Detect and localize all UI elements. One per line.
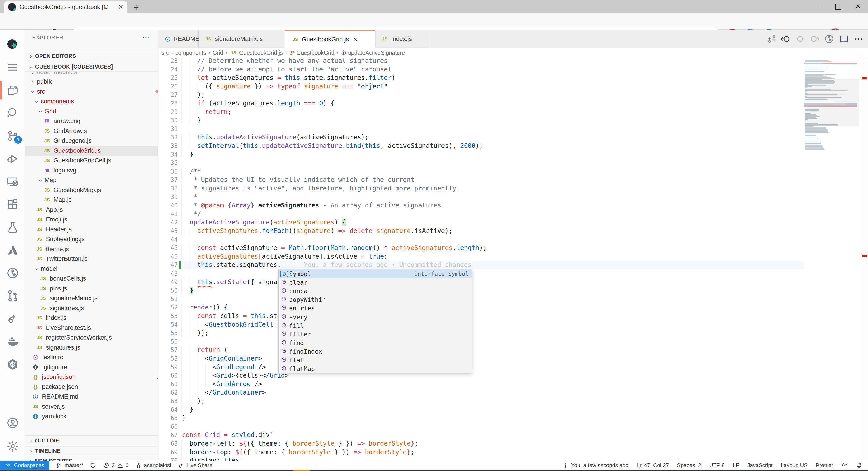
breadcrumb-item[interactable]: components [176, 50, 206, 56]
window-close-button[interactable]: ✕ [848, 0, 868, 13]
status-branch[interactable]: master* [56, 462, 83, 469]
tree-item-twitterbutton-js[interactable]: JSTwitterButton.js [25, 254, 158, 264]
settings-icon[interactable] [0, 435, 25, 457]
tree-item-grid[interactable]: ›Grid [25, 106, 158, 116]
status-cursor-position[interactable]: Ln 47, Col 27 [637, 462, 669, 469]
tab-signaturematrix-js[interactable]: JSsignatureMatrix.js [199, 30, 285, 49]
more-actions-icon[interactable] [852, 33, 865, 45]
overview-ruler[interactable] [859, 57, 868, 461]
tree-item-guestbookgridcell-js[interactable]: JSGuestbookGridCell.js [25, 156, 158, 166]
status-language[interactable]: JavaScript [747, 462, 773, 469]
suggest-item-find[interactable]: find [279, 338, 472, 347]
status-notifications[interactable] [856, 462, 862, 469]
kubernetes-icon[interactable] [0, 354, 25, 375]
status-last-edit[interactable]: You, a few seconds ago [562, 462, 628, 469]
navigate-next-disabled-icon[interactable] [808, 33, 821, 45]
new-tab-button[interactable]: + [133, 2, 138, 12]
window-minimize-button[interactable]: – [808, 0, 828, 13]
tree-item-signatures-js[interactable]: JSsignatures.js [25, 303, 158, 313]
tab-close-icon[interactable]: ✕ [118, 4, 123, 11]
tree-item-app-js[interactable]: JSApp.js [25, 205, 158, 215]
compare-changes-icon[interactable] [765, 33, 778, 45]
tree-item-src[interactable]: ›src [25, 87, 158, 97]
status-formatter[interactable]: Prettier [816, 462, 833, 469]
tree-item-map-js[interactable]: JSMap.js [25, 195, 158, 205]
testing-icon[interactable] [0, 216, 25, 238]
section-timeline[interactable]: ›TIMELINE [25, 446, 158, 456]
status-account[interactable]: acangialosi [135, 462, 171, 469]
tree-item-jsconfig-json[interactable]: {}jsconfig.json1 [25, 372, 158, 382]
breadcrumb-item[interactable]: GuestbookGrid.js [239, 50, 283, 56]
tree-item-signatures-js[interactable]: JSsignatures.js [25, 343, 158, 352]
tab-index-js[interactable]: JSindex.js [375, 30, 429, 49]
tree-item-guestbookmap-js[interactable]: JSGuestbookMap.js [25, 185, 158, 195]
suggest-item-entries[interactable]: entries [279, 304, 472, 313]
tree-item-readme-md[interactable]: README.md [25, 392, 158, 402]
status-eol[interactable]: LF [733, 462, 739, 469]
status-indentation[interactable]: Spaces: 2 [677, 462, 701, 469]
suggest-item-concat[interactable]: concat [279, 287, 472, 295]
status-live-share[interactable]: Live Share [178, 462, 213, 469]
tree-item-yarn-lock[interactable]: yarn.lock [25, 412, 158, 421]
tree-item-liveshare-test-js[interactable]: JSLiveShare.test.js [25, 323, 158, 333]
status-layout[interactable]: Layout: US [781, 462, 808, 469]
navigate-prev-disabled-icon[interactable] [794, 33, 807, 45]
tab-readme-md[interactable]: README.md [159, 30, 199, 49]
tree-item-model[interactable]: ›model [25, 264, 158, 274]
suggest-item-fill[interactable]: fill [279, 321, 472, 330]
pull-requests-icon[interactable] [0, 285, 25, 307]
workspace-section[interactable]: › GUESTBOOK [CODESPACES] [25, 62, 158, 72]
menu-icon[interactable] [0, 57, 25, 78]
breadcrumb-item[interactable]: Grid [213, 50, 223, 56]
suggest-item-every[interactable]: every [279, 313, 472, 321]
open-editors-section[interactable]: › OPEN EDITORS [25, 51, 158, 61]
section-outline[interactable]: ›OUTLINE [25, 436, 158, 446]
source-control-icon[interactable]: 1 [0, 125, 25, 147]
explorer-icon[interactable] [0, 80, 25, 101]
tree-item-components[interactable]: ›components [25, 97, 158, 107]
tree-item-logo-svg[interactable]: logo.svg [25, 165, 158, 175]
tree-item-guestbookgrid-js[interactable]: JSGuestbookGrid.js2, M [25, 146, 158, 156]
tree-item-registerserviceworker-js[interactable]: JSregisterServiceWorker.js [25, 333, 158, 343]
tree-item-arrow-png[interactable]: arrow.png [25, 116, 158, 126]
breadcrumb-item[interactable]: src [161, 50, 169, 56]
search-icon[interactable] [0, 102, 25, 124]
sidebar-more-icon[interactable]: ··· [143, 33, 149, 41]
status-feedback[interactable] [841, 462, 848, 469]
tree-item-header-js[interactable]: JSHeader.js [25, 225, 158, 234]
tree-item-theme-js[interactable]: JStheme.js [25, 244, 158, 254]
window-maximize-button[interactable] [828, 0, 848, 13]
docker-icon[interactable] [0, 331, 25, 352]
tree-item-bonuscells-js[interactable]: JSbonusCells.js [25, 274, 158, 284]
status-problems[interactable]: 30 [103, 462, 129, 469]
tree-item-subheading-js[interactable]: JSSubheading.js [25, 234, 158, 244]
gitlens-graph-icon[interactable] [823, 33, 835, 45]
account-icon[interactable] [0, 412, 25, 434]
tab-guestbookgrid-js[interactable]: JSGuestbookGrid.js✕ [285, 30, 375, 49]
suggest-item-filter[interactable]: filter [279, 330, 472, 338]
suggest-item-findindex[interactable]: findIndex [279, 347, 472, 356]
tree-item--eslintrc[interactable]: .eslintrc [25, 352, 158, 362]
minimap[interactable] [804, 57, 859, 461]
status-sync[interactable] [90, 462, 96, 469]
run-debug-icon[interactable] [0, 148, 25, 170]
suggest-item-symbol[interactable]: [⊘]Symbolinterface Symbol [279, 269, 472, 278]
suggest-item-copywithin[interactable]: copyWithin [279, 295, 472, 304]
remote-explorer-icon[interactable] [0, 171, 25, 193]
tree-item-index-js[interactable]: JSindex.js [25, 313, 158, 323]
breadcrumb-item[interactable]: GuestbookGrid [296, 50, 334, 56]
tree-item--gitignore[interactable]: .gitignore [25, 362, 158, 372]
tree-item-node-modules[interactable]: ›node_modules [25, 72, 158, 77]
tree-item-pins-js[interactable]: JSpins.js [25, 284, 158, 293]
suggest-item-flat[interactable]: flat [279, 356, 472, 364]
suggest-item-clear[interactable]: clear [279, 278, 472, 287]
split-editor-icon[interactable] [838, 33, 850, 45]
tree-item-signaturematrix-js[interactable]: JSsignatureMatrix.js [25, 293, 158, 303]
code-editor[interactable]: 23 // Determine whether we have any actu… [158, 57, 804, 461]
codespaces-logo-icon[interactable] [0, 34, 25, 55]
tree-item-map[interactable]: ›Map [25, 175, 158, 185]
minimap-viewport[interactable] [804, 79, 859, 126]
tree-item-public[interactable]: ›public [25, 77, 158, 87]
tab-close-icon[interactable]: ✕ [353, 36, 358, 43]
tree-item-gridarrow-js[interactable]: JSGridArrow.js [25, 126, 158, 136]
